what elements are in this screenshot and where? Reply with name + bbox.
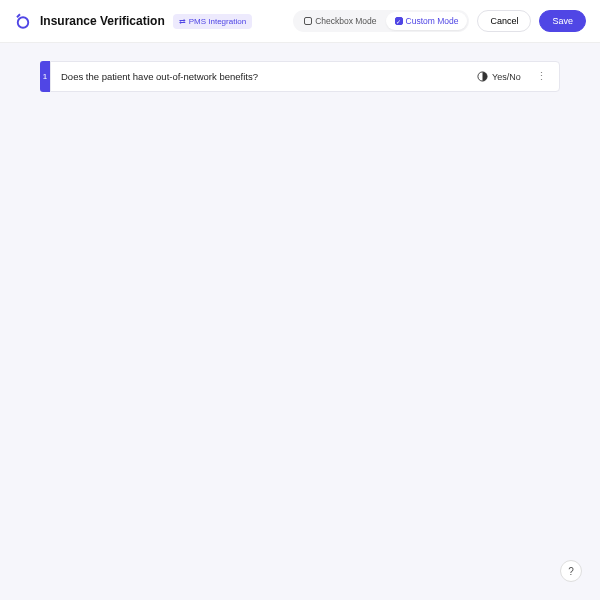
question-text[interactable]: Does the patient have out-of-network ben… — [61, 71, 477, 82]
mode-toggle: Checkbox Mode ✓ Custom Mode — [293, 10, 469, 32]
svg-point-0 — [18, 17, 29, 28]
yesno-icon — [477, 71, 488, 82]
checkbox-icon — [304, 17, 312, 25]
custom-mode-tab[interactable]: ✓ Custom Mode — [386, 12, 468, 30]
page-title: Insurance Verification — [40, 14, 165, 28]
question-block: 1 Does the patient have out-of-network b… — [40, 61, 560, 92]
checkbox-mode-tab[interactable]: Checkbox Mode — [295, 12, 385, 30]
more-menu-icon[interactable]: ⋮ — [533, 70, 549, 83]
app-logo-icon — [14, 12, 32, 30]
answer-type[interactable]: Yes/No — [477, 71, 533, 82]
integration-badge[interactable]: ⇄ PMS Integration — [173, 14, 252, 29]
drag-handle[interactable]: 1 — [40, 61, 50, 92]
cancel-button[interactable]: Cancel — [477, 10, 531, 32]
branch-icon: ⇄ — [179, 17, 186, 26]
checkbox-icon: ✓ — [395, 17, 403, 25]
save-button[interactable]: Save — [539, 10, 586, 32]
topbar: Insurance Verification ⇄ PMS Integration… — [0, 0, 600, 43]
question-list: 1 Does the patient have out-of-network b… — [0, 43, 600, 114]
